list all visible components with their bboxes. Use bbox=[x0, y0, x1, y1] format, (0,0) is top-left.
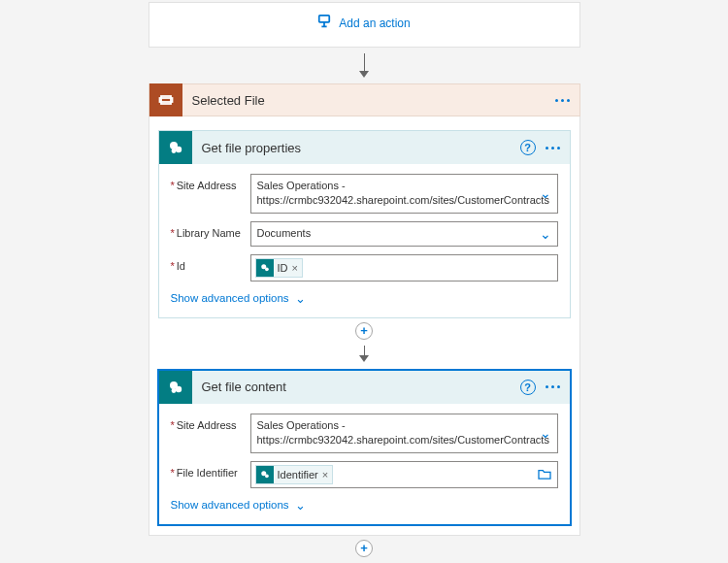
selected-file-step[interactable]: Selected File bbox=[149, 83, 580, 116]
chevron-down-icon: ⌄ bbox=[295, 291, 306, 306]
file-identifier-label: *File Identifier bbox=[171, 461, 250, 479]
folder-picker-icon[interactable] bbox=[538, 468, 551, 481]
connector-arrow bbox=[359, 346, 369, 362]
add-step-between[interactable]: + bbox=[355, 322, 373, 340]
id-token[interactable]: ID × bbox=[255, 258, 303, 278]
id-label: *Id bbox=[171, 254, 250, 272]
selected-file-menu[interactable] bbox=[555, 99, 570, 102]
connector-arrow bbox=[359, 53, 369, 78]
selected-file-icon bbox=[149, 83, 182, 116]
identifier-token[interactable]: Identifier × bbox=[255, 465, 334, 484]
add-action-card: Add an action bbox=[149, 2, 580, 48]
add-action-icon bbox=[317, 15, 331, 31]
chevron-down-icon[interactable]: ⌄ bbox=[540, 425, 551, 441]
add-step-between[interactable]: + bbox=[355, 540, 373, 557]
svg-point-12 bbox=[265, 474, 269, 478]
step-body: *Site Address Sales Operations - https:/… bbox=[159, 404, 570, 524]
library-name-input[interactable]: Documents ⌄ bbox=[250, 221, 558, 247]
get-file-content-title: Get file content bbox=[192, 380, 520, 394]
site-address-input[interactable]: Sales Operations - https://crmbc932042.s… bbox=[250, 414, 558, 453]
chevron-down-icon[interactable]: ⌄ bbox=[540, 185, 551, 201]
add-action-label: Add an action bbox=[339, 17, 410, 30]
help-icon[interactable]: ? bbox=[520, 140, 536, 155]
step-menu[interactable] bbox=[546, 385, 560, 388]
chevron-down-icon[interactable]: ⌄ bbox=[540, 226, 551, 242]
selected-file-scope: Get file properties ? *Site Address Sale… bbox=[149, 116, 580, 536]
help-icon[interactable]: ? bbox=[520, 380, 536, 395]
step-body: *Site Address Sales Operations - https:/… bbox=[159, 164, 570, 317]
svg-point-9 bbox=[175, 386, 181, 392]
step-menu[interactable] bbox=[546, 147, 560, 149]
site-address-label: *Site Address bbox=[171, 174, 250, 191]
svg-point-10 bbox=[171, 388, 176, 393]
sharepoint-icon bbox=[159, 371, 192, 404]
token-remove-icon[interactable]: × bbox=[292, 262, 298, 274]
site-address-input[interactable]: Sales Operations - https://crmbc932042.s… bbox=[250, 174, 558, 214]
chevron-down-icon: ⌄ bbox=[295, 498, 306, 513]
svg-point-7 bbox=[265, 267, 269, 271]
svg-point-5 bbox=[171, 149, 176, 153]
selected-file-title: Selected File bbox=[182, 93, 555, 108]
sharepoint-token-icon bbox=[256, 466, 274, 483]
svg-rect-0 bbox=[319, 16, 330, 22]
add-action-link[interactable]: Add an action bbox=[317, 15, 410, 31]
library-name-label: *Library Name bbox=[171, 221, 250, 239]
show-advanced-link[interactable]: Show advanced options⌄ bbox=[171, 496, 558, 516]
site-address-label: *Site Address bbox=[171, 414, 250, 431]
file-identifier-input[interactable]: Identifier × bbox=[250, 461, 558, 488]
svg-point-4 bbox=[175, 147, 181, 152]
sharepoint-token-icon bbox=[256, 259, 274, 277]
get-file-properties-step[interactable]: Get file properties ? *Site Address Sale… bbox=[158, 130, 571, 318]
get-file-properties-title: Get file properties bbox=[192, 141, 520, 155]
get-file-content-step[interactable]: Get file content ? *Site Address Sales O… bbox=[158, 370, 571, 525]
token-remove-icon[interactable]: × bbox=[322, 469, 328, 480]
sharepoint-icon bbox=[159, 131, 192, 164]
show-advanced-link[interactable]: Show advanced options⌄ bbox=[171, 289, 558, 310]
id-input[interactable]: ID × bbox=[250, 254, 558, 282]
